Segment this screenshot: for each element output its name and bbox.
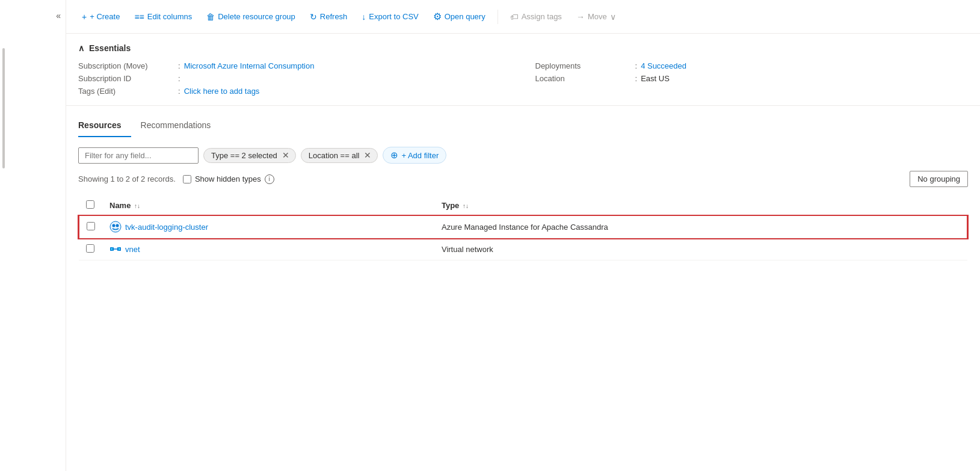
deployments-value-link[interactable]: 4 Succeeded [641,61,686,70]
essentials-section: ∧ Essentials Subscription (Move) : Micro… [66,34,980,106]
vnet-icon [109,243,122,255]
subscription-value-link[interactable]: Microsoft Azure Internal Consumption [184,61,315,70]
type-filter-label: Type == 2 selected [211,151,277,160]
toolbar-divider [498,10,498,24]
row2-type-value: Virtual network [442,245,493,254]
subscription-id-row: Subscription ID : [78,74,511,83]
refresh-icon: ↻ [310,12,317,22]
show-hidden-label[interactable]: Show hidden types i [183,174,274,184]
assign-tags-label: Assign tags [522,12,562,21]
sidebar: « [0,0,66,471]
delete-icon: 🗑 [206,12,215,22]
show-hidden-checkbox[interactable] [183,175,191,183]
add-filter-button[interactable]: ⊕ + Add filter [383,147,446,164]
row2-name-cell: vnet [102,238,434,260]
name-column-header[interactable]: Name ↑↓ [102,195,434,216]
location-filter-label: Location == all [309,151,360,160]
no-grouping-button[interactable]: No grouping [910,171,968,187]
edit-columns-button[interactable]: ≡≡ Edit columns [128,8,198,25]
essentials-header[interactable]: ∧ Essentials [78,43,968,53]
location-label: Location [535,74,632,83]
plus-icon: + [82,12,87,22]
tab-resources[interactable]: Resources [78,115,131,137]
deployments-label: Deployments [535,61,632,70]
row1-type-cell: Azure Managed Instance for Apache Cassan… [434,216,967,238]
row2-checkbox[interactable] [86,244,94,253]
tags-row: Tags (Edit) : Click here to add tags [78,87,511,96]
sidebar-toggle[interactable]: « [56,11,61,20]
type-filter-tag[interactable]: Type == 2 selected ✕ [203,148,296,163]
location-value: East US [641,74,670,83]
type-filter-close[interactable]: ✕ [282,151,289,159]
svg-point-1 [112,224,116,227]
export-csv-button[interactable]: ↓ Export to CSV [356,8,424,25]
records-showing-text: Showing 1 to 2 of 2 records. [78,174,176,183]
essentials-grid: Subscription (Move) : Microsoft Azure In… [78,61,968,96]
row1-name-link[interactable]: tvk-audit-logging-cluster [125,223,208,232]
export-icon: ↓ [362,12,366,22]
open-query-label: Open query [445,12,485,21]
select-all-checkbox[interactable] [86,200,94,209]
essentials-right-col: Deployments : 4 Succeeded Location : Eas… [535,61,969,96]
name-sort-icon: ↑↓ [134,203,140,209]
filter-bar: Type == 2 selected ✕ Location == all ✕ ⊕… [78,147,968,164]
sidebar-scrollbar [0,48,7,471]
create-button[interactable]: + + Create [76,8,126,25]
location-row: Location : East US [535,74,969,83]
deployments-row: Deployments : 4 Succeeded [535,61,969,70]
essentials-left-col: Subscription (Move) : Microsoft Azure In… [78,61,511,96]
tags-link[interactable]: Click here to add tags [184,87,260,96]
table-header-row: Name ↑↓ Type ↑↓ [79,195,967,216]
row1-type-value: Azure Managed Instance for Apache Cassan… [442,223,608,232]
move-arrow-icon: → [576,12,585,22]
essentials-chevron-icon: ∧ [78,43,84,53]
row1-checkbox[interactable] [87,222,95,230]
main-content: + + Create ≡≡ Edit columns 🗑 Delete reso… [66,0,980,471]
no-grouping-container: No grouping [910,171,968,187]
row2-checkbox-cell [79,238,102,260]
table-row: tvk-audit-logging-cluster Azure Managed … [79,216,967,238]
essentials-title: Essentials [89,43,131,53]
table-row: vnet Virtual network [79,238,967,260]
edit-columns-label: Edit columns [147,12,192,21]
add-filter-label: + Add filter [401,151,439,160]
move-button[interactable]: → Move ∨ [570,8,622,25]
name-column-label: Name [109,201,131,210]
move-label: Move [588,12,607,21]
svg-point-2 [116,224,119,227]
toolbar: + + Create ≡≡ Edit columns 🗑 Delete reso… [66,0,980,34]
show-hidden-info-icon[interactable]: i [265,174,274,184]
no-grouping-label: No grouping [917,174,960,183]
tab-recommendations[interactable]: Recommendations [141,115,221,137]
edit-columns-icon: ≡≡ [134,12,144,22]
row2-name-link[interactable]: vnet [125,245,140,254]
svg-point-0 [110,221,121,232]
refresh-label: Refresh [320,12,348,21]
location-filter-close[interactable]: ✕ [364,151,371,159]
tabs-section: Resources Recommendations [66,106,980,137]
assign-tags-button[interactable]: 🏷 Assign tags [504,8,568,25]
location-filter-tag[interactable]: Location == all ✕ [301,148,378,163]
show-hidden-text: Show hidden types [195,174,261,183]
tags-label: Tags (Edit) [78,87,174,96]
cassandra-icon [109,221,122,233]
open-query-button[interactable]: ⚙ Open query [427,7,492,26]
assign-tags-icon: 🏷 [510,12,519,22]
subscription-row: Subscription (Move) : Microsoft Azure In… [78,61,511,70]
open-query-icon: ⚙ [433,11,442,22]
resources-table: Name ↑↓ Type ↑↓ [78,195,968,260]
add-filter-icon: ⊕ [390,150,398,161]
export-label: Export to CSV [369,12,418,21]
records-row: Showing 1 to 2 of 2 records. Show hidden… [78,171,968,187]
refresh-button[interactable]: ↻ Refresh [304,8,354,25]
table-header: Name ↑↓ Type ↑↓ [79,195,967,216]
subscription-label: Subscription (Move) [78,61,174,70]
subscription-id-label: Subscription ID [78,74,174,83]
move-chevron-icon: ∨ [610,12,616,22]
type-column-label: Type [442,201,459,210]
type-column-header[interactable]: Type ↑↓ [434,195,967,216]
filter-input[interactable] [78,147,199,164]
row1-name-cell: tvk-audit-logging-cluster [102,216,434,238]
table-body: tvk-audit-logging-cluster Azure Managed … [79,216,967,260]
delete-resource-group-button[interactable]: 🗑 Delete resource group [200,8,301,25]
